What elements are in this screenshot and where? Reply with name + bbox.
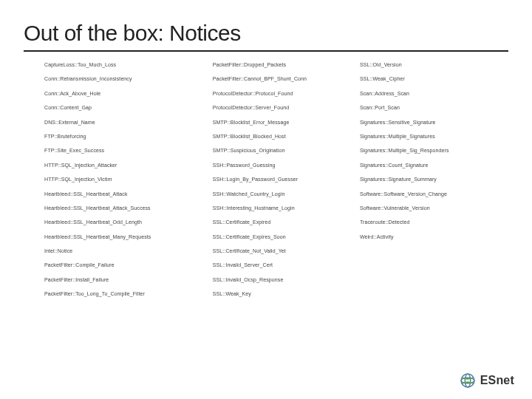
list-item: FTP::Site_Exec_Success (44, 148, 207, 154)
list-item: Conn::Content_Gap (44, 105, 207, 111)
list-item: SSL::Weak_Cipher (360, 76, 501, 82)
list-item: SSL::Certificate_Not_Valid_Yet (213, 248, 354, 254)
list-item: Signatures::Multiple_Signatures (360, 134, 501, 140)
list-item: ProtocolDetector::Protocol_Found (213, 91, 354, 97)
brand-name: ESnet (480, 374, 514, 387)
slide: Out of the box: Notices CaptureLoss::Too… (0, 0, 532, 399)
list-item: Heartbleed::SSL_Heartbeat_Odd_Length (44, 219, 207, 225)
notice-column-1: CaptureLoss::Too_Much_Loss Conn::Retrans… (44, 62, 207, 298)
title-wrap: Out of the box: Notices (24, 21, 508, 46)
list-item: PacketFilter::Install_Failure (44, 277, 207, 283)
list-item: SSL::Weak_Key (213, 291, 354, 297)
list-item: DNS::External_Name (44, 120, 207, 126)
list-item: SSL::Invalid_Server_Cert (213, 262, 354, 268)
list-item: HTTP::SQL_Injection_Attacker (44, 163, 207, 168)
brand-logo: ESnet (460, 372, 514, 389)
list-item: SSL::Invalid_Ocsp_Response (213, 277, 354, 283)
list-item: SSH::Interesting_Hostname_Login (213, 205, 354, 211)
svg-point-2 (465, 374, 471, 387)
list-item: Software::Software_Version_Change (360, 191, 501, 197)
list-item: Heartbleed::SSL_Heartbeat_Attack_Success (44, 205, 207, 211)
list-item: FTP::Bruteforcing (44, 134, 207, 140)
list-item: Scan::Port_Scan (360, 105, 501, 111)
list-item: PacketFilter::Dropped_Packets (213, 62, 354, 68)
list-item: Weird::Activity (360, 234, 501, 240)
list-item: SMTP::Suspicious_Origination (213, 148, 354, 154)
list-item: Heartbleed::SSL_Heartbeat_Attack (44, 191, 207, 197)
list-item: HTTP::SQL_Injection_Victim (44, 177, 207, 183)
list-item: ProtocolDetector::Server_Found (213, 105, 354, 111)
list-item: Conn::Retransmission_Inconsistency (44, 76, 207, 82)
list-item: SMTP::Blocklist_Error_Message (213, 120, 354, 126)
list-item: Conn::Ack_Above_Hole (44, 91, 207, 97)
list-item: SSL::Old_Version (360, 62, 501, 68)
list-item: Software::Vulnerable_Version (360, 205, 501, 211)
page-title: Out of the box: Notices (24, 21, 508, 46)
notice-column-2: PacketFilter::Dropped_Packets PacketFilt… (213, 62, 354, 298)
list-item: SSL::Certificate_Expires_Soon (213, 234, 354, 240)
list-item: SSH::Login_By_Password_Guesser (213, 177, 354, 183)
list-item: Traceroute::Detected (360, 219, 501, 225)
list-item: Intel::Notice (44, 248, 207, 254)
list-item: SMTP::Blocklist_Blocked_Host (213, 134, 354, 140)
list-item: SSH::Watched_Country_Login (213, 191, 354, 197)
list-item: PacketFilter::Too_Long_To_Compile_Filter (44, 291, 207, 297)
list-item: CaptureLoss::Too_Much_Loss (44, 62, 207, 68)
list-item: Heartbleed::SSL_Heartbeat_Many_Requests (44, 234, 207, 240)
list-item: Signatures::Signature_Summary (360, 177, 501, 183)
list-item: Scan::Address_Scan (360, 91, 501, 97)
title-rule (24, 50, 508, 52)
list-item: PacketFilter::Cannot_BPF_Shunt_Conn (213, 76, 354, 82)
list-item: Signatures::Count_Signature (360, 163, 501, 168)
globe-icon (460, 372, 476, 389)
list-item: PacketFilter::Compile_Failure (44, 262, 207, 268)
list-item: Signatures::Multiple_Sig_Responders (360, 148, 501, 154)
list-item: Signatures::Sensitive_Signature (360, 120, 501, 126)
list-item: SSL::Certificate_Expired (213, 219, 354, 225)
svg-point-0 (461, 374, 474, 387)
list-item: SSH::Password_Guessing (213, 163, 354, 168)
notice-column-3: SSL::Old_Version SSL::Weak_Cipher Scan::… (360, 62, 501, 298)
notice-columns: CaptureLoss::Too_Much_Loss Conn::Retrans… (24, 62, 508, 298)
